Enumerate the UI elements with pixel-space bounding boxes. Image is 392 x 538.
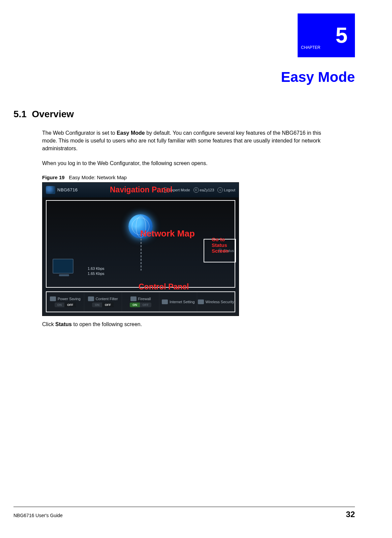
firewall-icon [130, 296, 137, 301]
body-text: The Web Configurator is set to Easy Mode… [42, 129, 332, 167]
ctrl-power-saving[interactable]: Power Saving ON OFF [47, 292, 84, 312]
chapter-title: Easy Mode [13, 69, 355, 85]
toggle-power-saving[interactable]: ON OFF [55, 303, 76, 307]
wifi-lock-icon [198, 299, 204, 304]
chapter-badge: CHAPTER 5 [298, 13, 355, 57]
status-button-box: › Status [204, 239, 236, 262]
chevron-right-icon: › [218, 248, 222, 253]
kbps-down: 1.65 Kbps [88, 271, 104, 276]
navigation-panel: NBG6716 ✦ Expert Mode © eaZy123 ⎋ Logout [42, 183, 239, 197]
figure-caption: Figure 19 Easy Mode: Network Map [42, 175, 355, 180]
toggle-content-filter[interactable]: ON OFF [92, 303, 114, 307]
gear-icon: ✦ [162, 187, 168, 193]
ctrl-internet-setting[interactable]: Internet Setting [159, 292, 197, 312]
logout-link[interactable]: ⎋ Logout [217, 187, 235, 193]
footer-guide: NBG6716 User's Guide [13, 513, 63, 518]
internet-icon [162, 299, 168, 304]
bandwidth-readout: 1.63 Kbps 1.65 Kbps [88, 266, 104, 276]
chapter-number: 5 [335, 25, 348, 46]
expert-mode-link[interactable]: ✦ Expert Mode [162, 187, 190, 193]
status-button[interactable]: › Status [218, 248, 234, 253]
chapter-label: CHAPTER [301, 45, 322, 50]
page: CHAPTER 5 Easy Mode 5.1 Overview The Web… [0, 0, 392, 538]
page-footer: NBG6716 User's Guide 32 [13, 507, 355, 519]
client-pc-icon[interactable] [53, 259, 76, 276]
brand-text: NBG6716 [57, 187, 78, 192]
kbps-up: 1.63 Kbps [88, 266, 104, 271]
logo-icon [46, 186, 55, 194]
ctrl-firewall[interactable]: Firewall ON OFF [122, 292, 160, 312]
ctrl-wireless-security[interactable]: Wireless Security [197, 292, 235, 312]
user-label[interactable]: © eaZy123 [193, 187, 214, 193]
section-heading: 5.1 Overview [13, 109, 355, 120]
section-number: 5.1 [13, 109, 27, 119]
nav-right: ✦ Expert Mode © eaZy123 ⎋ Logout [162, 187, 235, 193]
fig-inner: NBG6716 ✦ Expert Mode © eaZy123 ⎋ Logout [42, 183, 239, 316]
brand: NBG6716 [46, 186, 78, 194]
paragraph-1: The Web Configurator is set to Easy Mode… [42, 129, 332, 153]
control-panel: Power Saving ON OFF Content Filter ON OF… [46, 291, 235, 312]
figure-screenshot: NBG6716 ✦ Expert Mode © eaZy123 ⎋ Logout [42, 182, 239, 316]
connection-line [141, 239, 142, 271]
leaf-icon [50, 296, 56, 301]
toggle-firewall[interactable]: ON OFF [130, 303, 151, 307]
section-title: Overview [32, 109, 74, 119]
filter-icon [88, 296, 94, 301]
paragraph-2: When you log in to the Web Configurator,… [42, 159, 332, 167]
user-icon: © [193, 187, 199, 193]
post-figure-text: Click Status to open the following scree… [42, 321, 355, 327]
internet-globe-icon[interactable] [128, 214, 153, 239]
logout-icon: ⎋ [217, 187, 223, 193]
page-number: 32 [346, 510, 355, 519]
ctrl-content-filter[interactable]: Content Filter ON OFF [84, 292, 122, 312]
